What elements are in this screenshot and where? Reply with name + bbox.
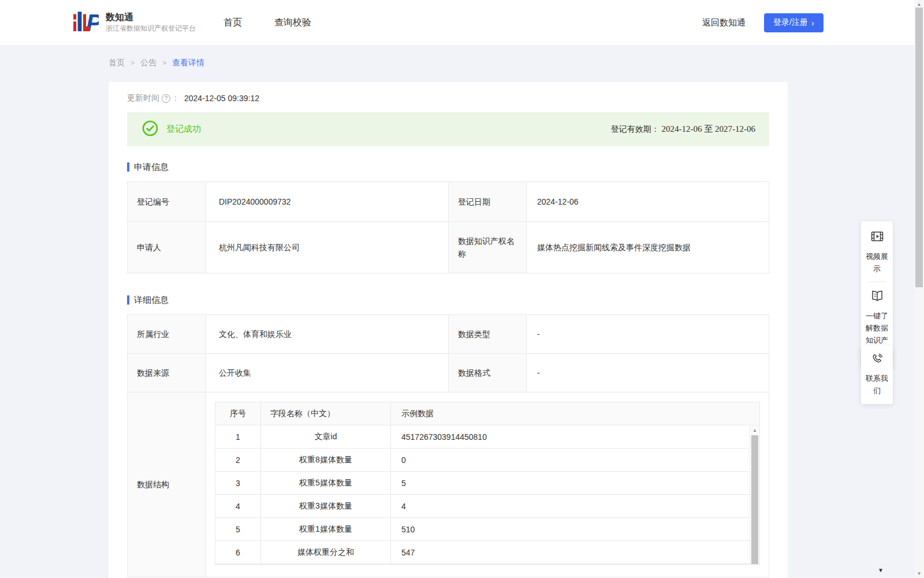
contact-label: 联系我们 bbox=[866, 374, 888, 395]
divider bbox=[869, 281, 886, 282]
reg-number-label: 登记编号 bbox=[128, 182, 206, 221]
field-name: 文章id bbox=[261, 425, 391, 448]
breadcrumb-announcement[interactable]: 公告 bbox=[140, 58, 157, 68]
data-structure-table: 序号 字段名称（中文） 示例数据 1 文章id 4517267303914450… bbox=[215, 402, 760, 565]
table-row: 6 媒体权重分之和 547 bbox=[215, 541, 759, 564]
book-icon bbox=[862, 289, 892, 306]
nav-item-query-verify[interactable]: 查询校验 bbox=[274, 17, 311, 29]
field-name: 权重5媒体数量 bbox=[261, 472, 391, 494]
table-row: 5 权重1媒体数量 510 bbox=[215, 518, 759, 541]
brand-name: 数知通 bbox=[106, 12, 196, 23]
section-detail-info: 详细信息 bbox=[127, 294, 769, 306]
nav-item-home[interactable]: 首页 bbox=[223, 17, 242, 29]
table-scrollbar[interactable]: ▲ bbox=[750, 426, 759, 564]
video-show-item[interactable]: 视频展示 bbox=[862, 229, 892, 275]
applicant-label: 申请人 bbox=[128, 222, 206, 273]
col-header-sample-data: 示例数据 bbox=[391, 402, 759, 425]
phone-icon bbox=[862, 353, 892, 369]
back-to-shuzhitong-link[interactable]: 返回数知通 bbox=[702, 17, 746, 28]
header: P 数知通 浙江省数据知识产权登记平台 首页 查询校验 返回数知通 登录/注册 … bbox=[0, 0, 924, 45]
update-time-label: 更新时间 bbox=[127, 93, 159, 103]
table-row: 2 权重8媒体数量 0 bbox=[215, 449, 759, 472]
breadcrumb-view-detail[interactable]: 查看详情 bbox=[172, 58, 204, 68]
row-index: 4 bbox=[215, 495, 261, 517]
applicant-value: 杭州凡闻科技有限公司 bbox=[206, 222, 449, 273]
table-row: 4 权重3媒体数量 4 bbox=[215, 495, 759, 518]
scrollbar-thumb[interactable] bbox=[915, 8, 923, 287]
scroll-up-icon[interactable]: ▲ bbox=[750, 428, 759, 433]
dip-name-label: 数据知识产权名称 bbox=[449, 222, 527, 273]
scroll-down-icon[interactable]: ▼ bbox=[914, 571, 924, 576]
update-time-row: 更新时间 ? ： 2024-12-05 09:39:12 bbox=[127, 92, 769, 104]
success-check-icon bbox=[142, 120, 158, 138]
data-structure-label: 数据结构 bbox=[128, 392, 206, 577]
row-index: 2 bbox=[215, 449, 261, 471]
data-source-value: 公开收集 bbox=[206, 354, 449, 392]
help-icon[interactable]: ? bbox=[162, 94, 170, 103]
sample-data: 547 bbox=[391, 541, 759, 564]
field-name: 权重8媒体数量 bbox=[261, 449, 391, 471]
section-application-title: 申请信息 bbox=[134, 162, 169, 173]
reg-date-label: 登记日期 bbox=[449, 182, 527, 221]
update-time-value: 2024-12-05 09:39:12 bbox=[184, 94, 259, 103]
video-icon bbox=[862, 229, 892, 247]
section-bar-icon bbox=[127, 162, 129, 172]
application-info-table: 登记编号 DIP2024000009732 登记日期 2024-12-06 申请… bbox=[127, 181, 769, 273]
detail-info-table: 所属行业 文化、体育和娱乐业 数据类型 - 数据来源 公开收集 数据格式 - 数… bbox=[127, 314, 769, 577]
field-name: 权重3媒体数量 bbox=[261, 495, 391, 517]
row-index: 1 bbox=[215, 425, 261, 448]
table-row: 数据来源 公开收集 数据格式 - bbox=[128, 353, 769, 392]
section-bar-icon bbox=[127, 295, 129, 305]
data-type-label: 数据类型 bbox=[449, 315, 527, 353]
table-row: 数据结构 序号 字段名称（中文） 示例数据 1 文章id 45172673039… bbox=[128, 392, 769, 577]
sample-data: 5 bbox=[391, 472, 759, 494]
sample-data: 4517267303914450810 bbox=[391, 425, 759, 448]
field-name: 媒体权重分之和 bbox=[261, 541, 391, 564]
registration-status-text: 登记成功 bbox=[166, 124, 201, 135]
data-structure-value: 序号 字段名称（中文） 示例数据 1 文章id 4517267303914450… bbox=[206, 392, 769, 577]
data-type-value: - bbox=[527, 315, 769, 353]
data-format-label: 数据格式 bbox=[449, 354, 527, 392]
field-name: 权重1媒体数量 bbox=[261, 518, 391, 540]
registration-success-banner: 登记成功 登记有效期： 2024-12-06 至 2027-12-06 bbox=[127, 112, 769, 146]
table-row: 3 权重5媒体数量 5 bbox=[215, 472, 759, 495]
data-source-label: 数据来源 bbox=[128, 354, 206, 392]
col-header-field-name: 字段名称（中文） bbox=[261, 402, 391, 425]
row-index: 5 bbox=[215, 518, 261, 540]
scroll-up-icon[interactable]: ▲ bbox=[914, 2, 924, 7]
validity-value: 2024-12-06 至 2027-12-06 bbox=[662, 124, 755, 134]
login-register-label: 登录/注册 bbox=[773, 17, 808, 28]
brand-subtitle: 浙江省数据知识产权登记平台 bbox=[106, 23, 196, 34]
dip-name-value: 媒体热点挖掘新闻线索及事件深度挖掘数据 bbox=[527, 222, 769, 273]
sample-data: 510 bbox=[391, 518, 759, 540]
scrollbar-thumb[interactable] bbox=[751, 435, 758, 564]
video-show-label: 视频展示 bbox=[866, 252, 888, 273]
page-scrollbar[interactable]: ▲ ▼ bbox=[914, 0, 924, 578]
brand-logo-icon: P bbox=[73, 10, 99, 36]
table-row: 登记编号 DIP2024000009732 登记日期 2024-12-06 bbox=[128, 182, 769, 221]
collapse-down-icon[interactable]: ▼ bbox=[878, 567, 884, 573]
col-header-index: 序号 bbox=[215, 402, 261, 425]
data-format-value: - bbox=[527, 354, 769, 392]
industry-label: 所属行业 bbox=[128, 315, 206, 353]
breadcrumb: 首页 > 公告 > 查看详情 bbox=[109, 58, 924, 68]
row-index: 6 bbox=[215, 541, 261, 564]
brand[interactable]: P 数知通 浙江省数据知识产权登记平台 bbox=[73, 10, 196, 36]
breadcrumb-separator-icon: > bbox=[162, 59, 166, 67]
detail-card: 更新时间 ? ： 2024-12-05 09:39:12 登记成功 登记有效期：… bbox=[109, 82, 788, 578]
sample-data: 0 bbox=[391, 449, 759, 471]
table-row: 所属行业 文化、体育和娱乐业 数据类型 - bbox=[128, 315, 769, 353]
main-nav: 首页 查询校验 bbox=[223, 17, 311, 29]
industry-value: 文化、体育和娱乐业 bbox=[206, 315, 449, 353]
structure-table-header: 序号 字段名称（中文） 示例数据 bbox=[215, 402, 759, 425]
sample-data: 4 bbox=[391, 495, 759, 517]
table-row: 1 文章id 4517267303914450810 bbox=[215, 425, 759, 449]
chevron-right-icon: › bbox=[811, 18, 814, 27]
validity-label: 登记有效期： bbox=[611, 124, 660, 134]
row-index: 3 bbox=[215, 472, 261, 494]
side-panel-contact[interactable]: 联系我们 bbox=[861, 346, 893, 404]
login-register-button[interactable]: 登录/注册 › bbox=[764, 13, 824, 32]
section-detail-title: 详细信息 bbox=[134, 295, 169, 306]
breadcrumb-home[interactable]: 首页 bbox=[109, 58, 125, 68]
table-row: 申请人 杭州凡闻科技有限公司 数据知识产权名称 媒体热点挖掘新闻线索及事件深度挖… bbox=[128, 221, 769, 273]
